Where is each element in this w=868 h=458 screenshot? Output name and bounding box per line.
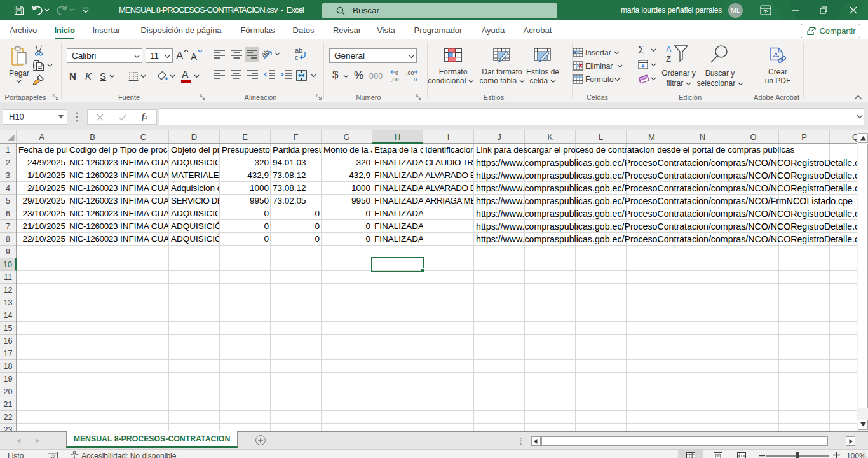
svg-text:A: A: [666, 45, 672, 54]
svg-text:,00: ,00: [391, 76, 399, 82]
svg-text:Z: Z: [666, 54, 671, 64]
svg-text:0: 0: [395, 70, 398, 76]
svg-text:0: 0: [414, 76, 417, 82]
svg-text:c: c: [295, 53, 299, 61]
svg-text:,00: ,00: [406, 70, 414, 76]
